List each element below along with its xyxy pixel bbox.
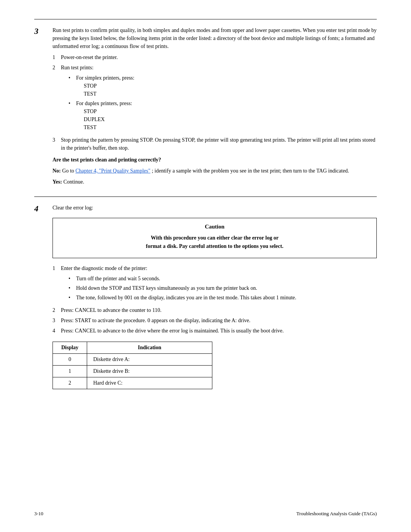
step-3-3-text: Stop printing the pattern by pressing ST…: [61, 136, 377, 152]
section-4-bullets: • Turn off the printer and wait 5 second…: [68, 275, 377, 302]
bullet-4-2: • Hold down the STOP and TEST keys simul…: [68, 284, 377, 292]
no-text2: ; identify a sample with the problem you…: [152, 168, 349, 174]
table-cell-display: 0: [53, 353, 87, 365]
bullet-4-2-text: Hold down the STOP and TEST keys simulta…: [76, 284, 377, 292]
step-3-2: 2 Run test prints: • For simplex printer…: [53, 64, 377, 134]
section-4-steps: 1 Enter the diagnostic mode of the print…: [53, 264, 377, 335]
no-label: No:: [53, 168, 61, 174]
step-4-3-num: 3: [53, 316, 61, 324]
step-4-1-num: 1: [53, 264, 61, 304]
bullet-4-3: • The tone, followed by 001 on the displ…: [68, 294, 377, 302]
no-text: Go to: [62, 168, 75, 174]
step-3-2-text: Run test prints:: [61, 65, 94, 70]
drive-table: Display Indication 0Diskette drive A:1Di…: [53, 342, 212, 389]
bullet-3-2-content: For duplex printers, press: STOP DUPLEX …: [76, 99, 377, 131]
footer-title: Troubleshooting Analysis Guide (TAGs): [296, 511, 377, 517]
table-header-row: Display Indication: [53, 342, 212, 353]
step-4-3-text: Press: START to activate the procedure. …: [61, 316, 377, 324]
bullet-4-1-text: Turn off the printer and wait 5 seconds.: [76, 275, 377, 283]
yes-text: Continue.: [63, 179, 84, 185]
section-4: 4 Clear the error log: Caution With this…: [34, 204, 377, 389]
step-3-1-num: 1: [53, 53, 61, 61]
section-4-content: Clear the error log: Caution With this p…: [53, 204, 377, 389]
drive-table-container: Display Indication 0Diskette drive A:1Di…: [53, 342, 212, 389]
section-3-bullets: • For simplex printers, press: STOP TEST…: [68, 74, 377, 131]
top-rule: [34, 19, 377, 19]
section-3-content: Run test prints to confirm print quality…: [53, 26, 377, 189]
step-3-2-content: Run test prints: • For simplex printers,…: [61, 64, 377, 134]
bullet-dot-1: •: [68, 74, 76, 98]
table-cell-display: 2: [53, 377, 87, 389]
bullet-3-1-line1: STOP: [84, 82, 377, 90]
page-footer: 3-10 Troubleshooting Analysis Guide (TAG…: [34, 511, 377, 517]
bullet-3-2-text: For duplex printers, press:: [76, 99, 377, 107]
step-4-1-content: Enter the diagnostic mode of the printer…: [61, 264, 377, 304]
bullet-3-2-line1: STOP: [84, 107, 377, 115]
bullet-3-1-text: For simplex printers, press:: [76, 74, 377, 82]
bullet-3-1-content: For simplex printers, press: STOP TEST: [76, 74, 377, 98]
bullet-3-2-line2: DUPLEX: [84, 115, 377, 123]
bullet-dot-4-2: •: [68, 284, 76, 292]
section-3-number: 3: [34, 26, 53, 189]
step-4-4: 4 Press: CANCEL to advance to the drive …: [53, 327, 377, 335]
step-4-1-text: Enter the diagnostic mode of the printer…: [61, 265, 147, 271]
step-3-3: 3 Stop printing the pattern by pressing …: [53, 136, 377, 152]
caution-title: Caution: [62, 224, 367, 230]
section-4-number: 4: [34, 204, 53, 389]
bullet-3-2: • For duplex printers, press: STOP DUPLE…: [68, 99, 377, 131]
question-heading: Are the test prints clean and printing c…: [53, 156, 377, 164]
bullet-3-1: • For simplex printers, press: STOP TEST: [68, 74, 377, 98]
table-row: 0Diskette drive A:: [53, 353, 212, 365]
no-link[interactable]: Chapter 4, "Print Quality Samples": [75, 168, 150, 174]
step-3-2-num: 2: [53, 64, 61, 134]
caution-box: Caution With this procedure you can eith…: [53, 218, 377, 258]
yes-answer: Yes: Continue.: [53, 178, 377, 186]
step-4-2: 2 Press: CANCEL to advance the counter t…: [53, 306, 377, 314]
table-cell-display: 1: [53, 365, 87, 377]
step-4-3: 3 Press: START to activate the procedure…: [53, 316, 377, 324]
table-row: 1Diskette drive B:: [53, 365, 212, 377]
footer-page-num: 3-10: [34, 511, 43, 517]
step-4-2-num: 2: [53, 306, 61, 314]
bullet-dot-2: •: [68, 99, 76, 131]
table-cell-indication: Diskette drive B:: [87, 365, 212, 377]
step-3-1-text: Power-on-reset the printer.: [61, 53, 377, 61]
table-row: 2Hard drive C:: [53, 377, 212, 389]
caution-body: With this procedure you can either clear…: [62, 234, 367, 251]
col1-header: Display: [53, 342, 87, 353]
section-3: 3 Run test prints to confirm print quali…: [34, 26, 377, 189]
table-cell-indication: Diskette drive A:: [87, 353, 212, 365]
bullet-dot-4-3: •: [68, 294, 76, 302]
rule-between: [34, 197, 377, 197]
bullet-4-3-text: The tone, followed by 001 on the display…: [76, 294, 377, 302]
section-3-steps: 1 Power-on-reset the printer. 2 Run test…: [53, 53, 377, 152]
bullet-4-1: • Turn off the printer and wait 5 second…: [68, 275, 377, 283]
no-answer: No: Go to Chapter 4, "Print Quality Samp…: [53, 167, 377, 175]
bullet-3-1-line2: TEST: [84, 90, 377, 98]
step-4-4-text: Press: CANCEL to advance to the drive wh…: [61, 327, 377, 335]
page: 3 Run test prints to confirm print quali…: [0, 0, 411, 532]
step-3-3-num: 3: [53, 136, 61, 152]
caution-line2: format a disk. Pay careful attention to …: [62, 242, 367, 251]
bullet-3-2-line3: TEST: [84, 123, 377, 131]
step-3-1: 1 Power-on-reset the printer.: [53, 53, 377, 61]
caution-line1: With this procedure you can either clear…: [62, 234, 367, 242]
step-4-4-num: 4: [53, 327, 61, 335]
bullet-dot-4-1: •: [68, 275, 76, 283]
section-3-intro: Run test prints to confirm print quality…: [53, 26, 377, 50]
col2-header: Indication: [87, 342, 212, 353]
step-4-1: 1 Enter the diagnostic mode of the print…: [53, 264, 377, 304]
yes-label: Yes:: [53, 179, 62, 185]
step-4-2-text: Press: CANCEL to advance the counter to …: [61, 306, 377, 314]
section-4-intro: Clear the error log:: [53, 204, 377, 212]
table-cell-indication: Hard drive C:: [87, 377, 212, 389]
